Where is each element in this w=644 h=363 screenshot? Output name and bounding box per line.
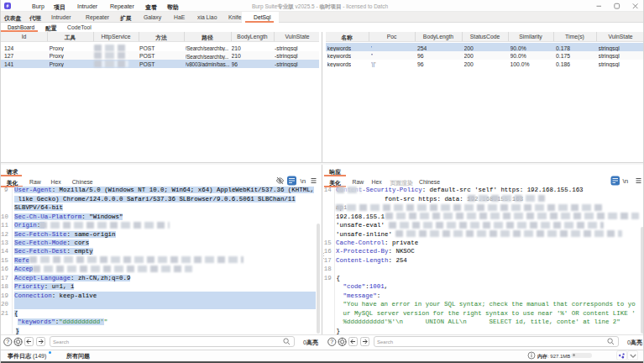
svg-text:\n: \n: [301, 177, 306, 185]
svg-text:?: ?: [6, 339, 9, 345]
svg-text:\n: \n: [623, 177, 629, 185]
svg-text:?: ?: [330, 339, 333, 345]
